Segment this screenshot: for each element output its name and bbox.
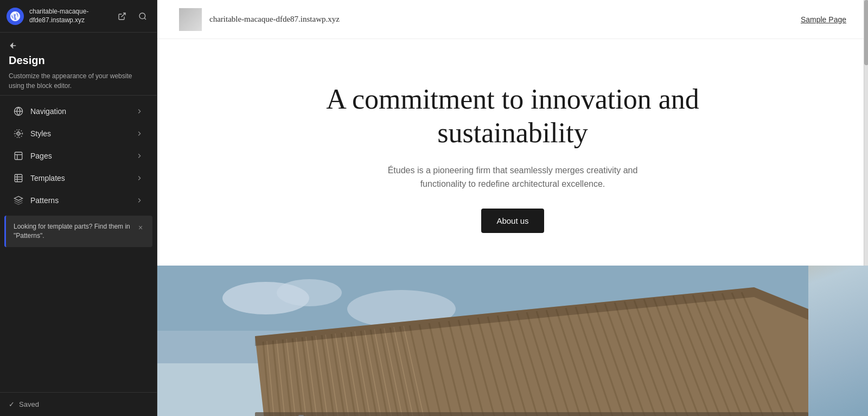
svg-rect-11 xyxy=(15,174,22,182)
site-title: charitable-macaque- dfde87.instawp.xyz xyxy=(29,8,109,24)
preview-nav-link[interactable]: Sample Page xyxy=(801,15,846,24)
svg-rect-87 xyxy=(255,412,808,416)
templates-label: Templates xyxy=(30,174,129,182)
wordpress-icon xyxy=(10,11,21,22)
preview-site-logo xyxy=(179,8,202,31)
sidebar-nav: Navigation Styles xyxy=(0,96,157,392)
notification-close-button[interactable]: × xyxy=(135,222,146,233)
saved-label: Saved xyxy=(19,400,39,408)
design-header: Design Customize the appearance of your … xyxy=(0,33,157,96)
hero-subtitle: Études is a pioneering firm that seamles… xyxy=(382,163,643,191)
pages-icon xyxy=(13,150,24,161)
preview-area: charitable-macaque-dfde87.instawp.xyz Sa… xyxy=(157,0,868,416)
back-icon xyxy=(9,41,17,50)
design-title: Design xyxy=(9,54,148,67)
notification-text: Looking for template parts? Find them in… xyxy=(14,222,131,241)
search-button[interactable] xyxy=(135,9,150,24)
preview-header: charitable-macaque-dfde87.instawp.xyz Sa… xyxy=(157,0,868,39)
design-description: Customize the appearance of your website… xyxy=(9,71,148,91)
sidebar: charitable-macaque- dfde87.instawp.xyz D… xyxy=(0,0,157,416)
navigation-label: Navigation xyxy=(30,107,129,116)
styles-chevron xyxy=(135,129,144,138)
preview-hero: A commitment to innovation and sustainab… xyxy=(157,39,868,266)
patterns-icon xyxy=(13,195,24,206)
sidebar-item-pages[interactable]: Pages xyxy=(4,145,152,167)
svg-point-2 xyxy=(139,13,145,19)
preview-logo-area: charitable-macaque-dfde87.instawp.xyz xyxy=(179,8,340,31)
hero-title: A commitment to innovation and sustainab… xyxy=(323,83,703,150)
sidebar-item-navigation[interactable]: Navigation xyxy=(4,100,152,122)
main-preview: charitable-macaque-dfde87.instawp.xyz Sa… xyxy=(157,0,868,416)
pages-label: Pages xyxy=(30,152,129,160)
svg-rect-8 xyxy=(15,152,22,160)
pages-chevron xyxy=(135,152,144,160)
svg-line-3 xyxy=(144,18,146,20)
saved-checkmark: ✓ xyxy=(9,400,15,408)
architectural-image xyxy=(157,266,808,416)
svg-line-1 xyxy=(122,13,125,17)
preview-site-name: charitable-macaque-dfde87.instawp.xyz xyxy=(209,15,340,24)
navigation-icon xyxy=(13,106,24,117)
sidebar-item-styles[interactable]: Styles xyxy=(4,123,152,144)
scrollbar-thumb xyxy=(864,0,868,65)
back-button[interactable] xyxy=(9,41,17,50)
patterns-chevron xyxy=(135,196,144,205)
preview-image-section xyxy=(157,266,868,416)
navigation-chevron xyxy=(135,107,144,116)
external-link-button[interactable] xyxy=(114,9,130,24)
hero-cta-button[interactable]: About us xyxy=(481,209,544,233)
sidebar-footer: ✓ Saved xyxy=(0,392,157,416)
patterns-label: Patterns xyxy=(30,196,129,205)
sidebar-top-bar: charitable-macaque- dfde87.instawp.xyz xyxy=(0,0,157,33)
sidebar-item-patterns[interactable]: Patterns xyxy=(4,190,152,211)
wp-logo xyxy=(7,8,24,25)
styles-label: Styles xyxy=(30,129,129,138)
templates-chevron xyxy=(135,174,144,182)
svg-point-19 xyxy=(277,279,342,306)
notification-banner: Looking for template parts? Find them in… xyxy=(4,216,152,247)
templates-icon xyxy=(13,173,24,184)
styles-icon xyxy=(13,128,24,139)
sidebar-item-templates[interactable]: Templates xyxy=(4,167,152,189)
